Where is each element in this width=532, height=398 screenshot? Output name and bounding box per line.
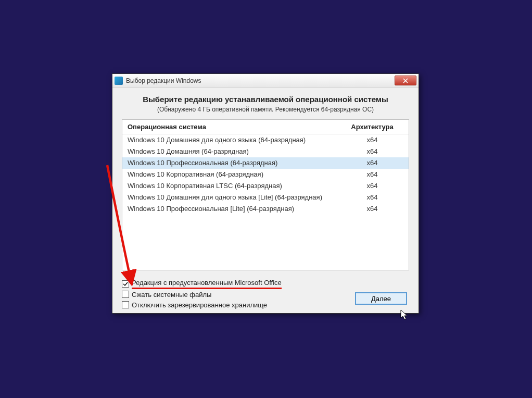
cell-arch: x64 <box>336 180 409 192</box>
checkbox-disable-reserved[interactable] <box>122 301 129 308</box>
table-header: Операционная система Архитектура <box>122 120 409 134</box>
cell-os: Windows 10 Домашняя для одного языка (64… <box>122 134 336 146</box>
dialog-content: Выберите редакцию устанавливаемой операц… <box>112 88 419 313</box>
titlebar[interactable]: Выбор редакции Windows <box>112 74 419 88</box>
close-icon <box>403 78 408 83</box>
checkbox-reserved-label: Отключить зарезервированное хранилище <box>132 301 267 309</box>
cell-arch: x64 <box>336 169 409 180</box>
cell-arch: x64 <box>336 157 409 169</box>
table-row[interactable]: Windows 10 Профессиональная [Lite] (64-р… <box>122 203 409 215</box>
cell-arch: x64 <box>336 203 409 215</box>
table-row[interactable]: Windows 10 Домашняя (64-разрядная)x64 <box>122 146 409 157</box>
editions-table: Операционная система Архитектура Windows… <box>122 119 409 270</box>
cell-arch: x64 <box>336 146 409 157</box>
checkbox-office[interactable] <box>122 280 129 288</box>
cell-os: Windows 10 Домашняя для одного языка [Li… <box>122 192 336 203</box>
cell-arch: x64 <box>336 134 409 146</box>
subheading: (Обнаружено 4 ГБ оперативной памяти. Рек… <box>122 106 409 113</box>
header-os[interactable]: Операционная система <box>122 120 336 134</box>
checkbox-compress-label: Сжать системные файлы <box>132 291 211 298</box>
table-row[interactable]: Windows 10 Домашняя для одного языка [Li… <box>122 192 409 203</box>
table-row[interactable]: Windows 10 Домашняя для одного языка (64… <box>122 134 409 146</box>
window-title: Выбор редакции Windows <box>126 77 395 84</box>
checkbox-compress[interactable] <box>122 291 129 298</box>
checkbox-office-row: Редакция с предустановленным Microsoft O… <box>122 279 409 289</box>
cell-os: Windows 10 Профессиональная [Lite] (64-р… <box>122 203 336 215</box>
table-row[interactable]: Windows 10 Корпоративная (64-разрядная)x… <box>122 169 409 180</box>
cell-os: Windows 10 Домашняя (64-разрядная) <box>122 146 336 157</box>
dialog-window: Выбор редакции Windows Выберите редакцию… <box>112 73 419 314</box>
next-button-label: Далее <box>371 295 391 303</box>
table-row[interactable]: Windows 10 Профессиональная (64-разрядна… <box>122 157 409 169</box>
table-body: Windows 10 Домашняя для одного языка (64… <box>122 134 409 215</box>
cell-os: Windows 10 Корпоративная (64-разрядная) <box>122 169 336 180</box>
windows-setup-icon <box>115 77 123 85</box>
header-arch[interactable]: Архитектура <box>336 120 409 134</box>
next-button[interactable]: Далее <box>355 292 407 305</box>
cell-os: Windows 10 Профессиональная (64-разрядна… <box>122 157 336 169</box>
cell-os: Windows 10 Корпоративная LTSC (64-разряд… <box>122 180 336 192</box>
table-row[interactable]: Windows 10 Корпоративная LTSC (64-разряд… <box>122 180 409 192</box>
close-button[interactable] <box>395 76 416 85</box>
heading: Выберите редакцию устанавливаемой операц… <box>122 95 409 104</box>
checkbox-office-label: Редакция с предустановленным Microsoft O… <box>132 279 282 289</box>
cell-arch: x64 <box>336 192 409 203</box>
